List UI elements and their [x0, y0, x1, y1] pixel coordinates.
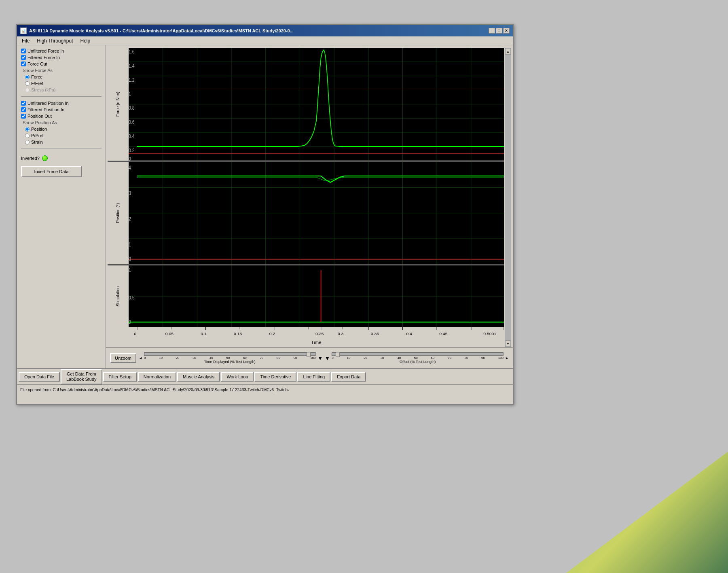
- force-radio-label: Force: [31, 74, 42, 79]
- divider-1: [21, 96, 102, 97]
- filtered-force-label: Filtered Force In: [28, 55, 60, 60]
- svg-text:0.05: 0.05: [165, 332, 174, 336]
- offset-slider-thumb[interactable]: [336, 352, 340, 357]
- svg-text:0.15: 0.15: [234, 332, 242, 336]
- filtered-force-row: Filtered Force In: [21, 55, 102, 60]
- window-title: ASI 611A Dynamic Muscle Analysis v5.501 …: [29, 28, 294, 33]
- position-radio-row: Position: [21, 127, 102, 132]
- svg-text:1: 1: [129, 241, 131, 248]
- show-position-as-label: Show Position As: [21, 120, 102, 125]
- time-arrow-left: ◄: [139, 356, 142, 360]
- svg-text:0.5: 0.5: [129, 294, 135, 301]
- force-y-axis-label: Force (mN·m): [116, 91, 121, 117]
- tab-time-derivative[interactable]: Time Derivative: [254, 372, 296, 382]
- force-out-label: Force Out: [28, 62, 47, 66]
- svg-text:0.1: 0.1: [201, 332, 207, 336]
- inverted-led: [42, 155, 48, 161]
- unfiltered-force-row: Unfiltered Force In: [21, 49, 102, 53]
- tab-line-fitting[interactable]: Line Fitting: [297, 372, 330, 382]
- menu-help[interactable]: Help: [77, 37, 94, 45]
- ppref-radio[interactable]: [25, 134, 30, 138]
- unfiltered-position-label: Unfiltered Position In: [28, 101, 69, 106]
- position-chart: 4 3 2 1 0: [129, 162, 504, 264]
- inverted-row: Inverted?: [21, 155, 102, 161]
- time-marker-icon: ▼: [317, 355, 323, 361]
- tab-normalization[interactable]: Normalization: [138, 372, 176, 382]
- force-out-row: Force Out: [21, 62, 102, 66]
- svg-text:0: 0: [134, 332, 136, 336]
- force-radio-row: Force: [21, 74, 102, 79]
- force-out-checkbox[interactable]: [21, 62, 26, 66]
- force-radio[interactable]: [25, 75, 30, 79]
- svg-text:0.8: 0.8: [129, 105, 134, 110]
- filtered-position-label: Filtered Position In: [28, 107, 64, 112]
- offset-label: Offset (% Test Length): [332, 360, 504, 364]
- svg-text:0.4: 0.4: [406, 332, 412, 336]
- unfiltered-position-checkbox[interactable]: [21, 101, 26, 106]
- minimize-button[interactable]: —: [489, 28, 495, 34]
- svg-text:0.2: 0.2: [129, 148, 134, 153]
- svg-text:1: 1: [129, 91, 131, 97]
- svg-text:0: 0: [129, 156, 131, 161]
- svg-text:1.4: 1.4: [129, 63, 135, 68]
- background-decoration: [566, 452, 728, 573]
- ffref-radio-row: F/Fref: [21, 81, 102, 86]
- svg-text:1: 1: [129, 267, 131, 273]
- unzoom-button[interactable]: Unzoom: [110, 353, 136, 363]
- vertical-scrollbar[interactable]: ▲ ▼: [505, 48, 511, 347]
- invert-force-button[interactable]: Invert Force Data: [21, 166, 82, 177]
- unfiltered-force-label: Unfiltered Force In: [28, 49, 64, 53]
- svg-text:2: 2: [129, 216, 131, 222]
- filtered-force-checkbox[interactable]: [21, 55, 26, 60]
- strain-radio-row: Strain: [21, 140, 102, 144]
- show-force-as-label: Show Force As: [21, 68, 102, 73]
- position-radio-label: Position: [31, 127, 47, 132]
- divider-2: [21, 149, 102, 149]
- time-axis: 0 0.05 0.1 0.15 0.2 0.25 0.3 0.35 0.4 0.…: [129, 327, 504, 347]
- menu-file[interactable]: File: [19, 37, 33, 45]
- stimulation-y-axis-label: Stimulation: [116, 286, 121, 306]
- position-radio[interactable]: [25, 127, 30, 132]
- scroll-down-button[interactable]: ▼: [505, 340, 511, 347]
- menu-high-throughput[interactable]: High Throughput: [34, 37, 76, 45]
- bottom-tabs: Open Data File Get Data FromLabBook Stud…: [17, 368, 513, 384]
- title-bar: 📊 ASI 611A Dynamic Muscle Analysis v5.50…: [17, 25, 513, 36]
- unfiltered-position-row: Unfiltered Position In: [21, 101, 102, 106]
- svg-text:0.3: 0.3: [338, 332, 344, 336]
- main-window: 📊 ASI 611A Dynamic Muscle Analysis v5.50…: [16, 24, 514, 405]
- tab-open-data-file[interactable]: Open Data File: [19, 372, 60, 382]
- stimulation-chart: 1 0.5 0: [129, 265, 504, 327]
- tab-get-data-from-labbook[interactable]: Get Data FromLabBook Study: [61, 369, 102, 384]
- zoom-controls: Unzoom ◄ 0102030405060708090100 Time Dis…: [106, 347, 513, 368]
- time-slider-thumb[interactable]: [307, 352, 311, 357]
- offset-marker-icon: ▼: [324, 355, 330, 361]
- tab-filter-setup[interactable]: Filter Setup: [103, 372, 137, 382]
- position-out-checkbox[interactable]: [21, 114, 26, 119]
- unfiltered-force-checkbox[interactable]: [21, 49, 26, 53]
- offset-slider-track[interactable]: [332, 352, 504, 356]
- offset-arrow-right: ►: [505, 356, 509, 360]
- strain-radio[interactable]: [25, 140, 30, 144]
- tab-work-loop[interactable]: Work Loop: [221, 372, 254, 382]
- main-content: Unfiltered Force In Filtered Force In Fo…: [17, 45, 513, 368]
- chart-area: Force (mN·m): [106, 45, 513, 368]
- close-button[interactable]: ✕: [503, 28, 510, 34]
- svg-text:Time: Time: [311, 340, 321, 345]
- maximize-button[interactable]: □: [496, 28, 502, 34]
- scroll-up-button[interactable]: ▲: [505, 48, 511, 55]
- svg-text:0.35: 0.35: [371, 332, 379, 336]
- time-displayed-label: Time Displayed (% Test Length): [144, 360, 316, 364]
- filtered-position-row: Filtered Position In: [21, 107, 102, 112]
- tab-muscle-analysis[interactable]: Muscle Analysis: [177, 372, 220, 382]
- ppref-radio-row: P/Pref: [21, 133, 102, 138]
- force-chart: 1.6 1.4 1.2 1 0.8 0.6 0.4 0.2 0: [129, 48, 504, 161]
- scroll-track[interactable]: [505, 55, 511, 340]
- svg-text:3: 3: [129, 190, 131, 196]
- filtered-position-checkbox[interactable]: [21, 107, 26, 112]
- time-slider-track[interactable]: [144, 352, 316, 356]
- ffref-radio[interactable]: [25, 81, 30, 86]
- tab-export-data[interactable]: Export Data: [331, 372, 366, 382]
- stress-radio[interactable]: [25, 88, 30, 92]
- position-out-label: Position Out: [28, 114, 52, 119]
- svg-text:0.45: 0.45: [439, 332, 447, 336]
